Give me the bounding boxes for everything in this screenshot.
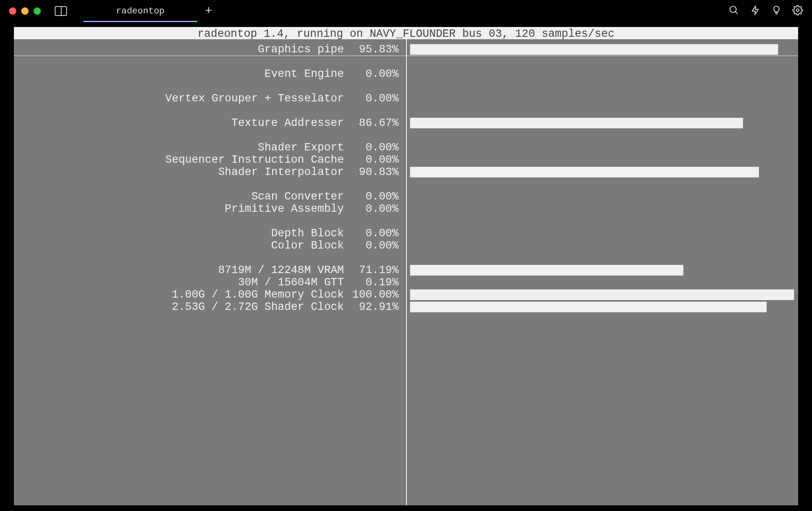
lightning-icon[interactable] xyxy=(750,5,761,18)
stat-label: Event Engine xyxy=(265,68,344,80)
stat-label: Shader Export xyxy=(258,141,344,154)
panes-icon[interactable] xyxy=(55,6,67,16)
stat-label: Depth Block xyxy=(271,227,344,240)
tab-bar: radeontop + xyxy=(83,0,220,22)
stat-label: 8719M / 12248M VRAM xyxy=(218,264,344,276)
stat-bar xyxy=(410,44,778,55)
traffic-lights xyxy=(9,7,41,15)
maximize-window-button[interactable] xyxy=(33,7,41,15)
search-icon[interactable] xyxy=(729,5,739,18)
close-window-button[interactable] xyxy=(9,7,16,15)
stat-percent: 0.00% xyxy=(350,240,399,252)
svg-point-2 xyxy=(796,9,799,11)
stat-percent: 0.00% xyxy=(350,141,399,154)
terminal[interactable]: radeontop 1.4, running on NAVY_FLOUNDER … xyxy=(14,27,798,505)
stat-bar xyxy=(410,118,743,128)
stat-percent: 0.00% xyxy=(350,68,399,80)
svg-line-1 xyxy=(735,11,737,13)
stat-label: Texture Addresser xyxy=(232,117,344,129)
stat-percent: 90.83% xyxy=(350,166,399,178)
stat-label: Sequencer Instruction Cache xyxy=(165,154,344,166)
tab-title-label: radeontop xyxy=(116,6,165,16)
stat-bar xyxy=(410,167,759,177)
vertical-divider xyxy=(406,39,407,505)
radeontop-header: radeontop 1.4, running on NAVY_FLOUNDER … xyxy=(14,27,798,39)
stat-bar xyxy=(410,302,767,312)
minimize-window-button[interactable] xyxy=(21,7,29,15)
stat-percent: 71.19% xyxy=(350,264,399,276)
stat-label: Color Block xyxy=(271,240,344,252)
stat-label: 1.00G / 1.00G Memory Clock xyxy=(172,289,344,301)
stat-label: Scan Converter xyxy=(251,191,344,203)
stat-percent: 92.91% xyxy=(350,301,399,313)
stat-percent: 0.00% xyxy=(350,154,399,166)
stat-percent: 0.00% xyxy=(350,227,399,240)
radeontop-stats: Graphics pipe95.83%Event Engine0.00%Vert… xyxy=(14,39,798,505)
stat-label: Graphics pipe xyxy=(258,43,344,56)
stat-percent: 0.00% xyxy=(350,92,399,105)
titlebar: radeontop + xyxy=(0,0,812,22)
stat-percent: 0.00% xyxy=(350,203,399,215)
titlebar-actions xyxy=(729,5,803,18)
gear-icon[interactable] xyxy=(792,5,803,18)
lightbulb-icon[interactable] xyxy=(771,5,782,18)
stat-label: 30M / 15604M GTT xyxy=(238,276,344,289)
stat-label: Vertex Grouper + Tesselator xyxy=(165,92,344,105)
stat-percent: 95.83% xyxy=(350,43,399,56)
stat-label: Primitive Assembly xyxy=(225,203,344,215)
new-tab-button[interactable]: + xyxy=(197,0,220,22)
stat-bar xyxy=(410,265,683,276)
plus-icon: + xyxy=(205,4,212,18)
stat-bar xyxy=(410,289,794,300)
stat-label: Shader Interpolator xyxy=(218,166,344,178)
stat-percent: 0.00% xyxy=(350,191,399,203)
svg-point-0 xyxy=(730,6,736,12)
stat-label: 2.53G / 2.72G Shader Clock xyxy=(172,301,344,313)
stat-percent: 86.67% xyxy=(350,117,399,129)
section-divider xyxy=(14,56,798,56)
tab-radeontop[interactable]: radeontop xyxy=(83,0,197,22)
stat-percent: 100.00% xyxy=(350,289,399,301)
stat-percent: 0.19% xyxy=(350,276,399,289)
